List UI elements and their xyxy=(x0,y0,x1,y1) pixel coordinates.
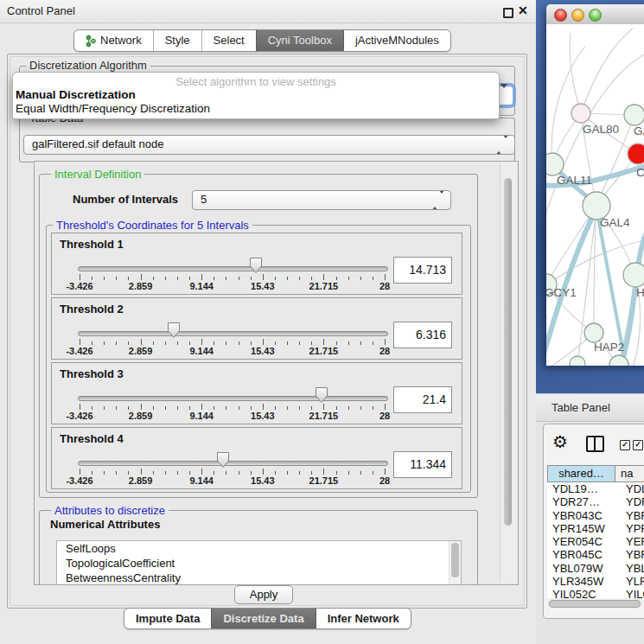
node-label-gcy1: GCY1 xyxy=(546,286,577,299)
network-node-hap2[interactable] xyxy=(584,323,603,342)
slider-track[interactable] xyxy=(78,396,388,401)
slider-ticks xyxy=(80,404,385,411)
num-intervals-combobox[interactable]: 5 xyxy=(192,190,451,210)
attributes-group-title: Attributes to discretize xyxy=(51,504,169,517)
list-item[interactable]: SelfLoops xyxy=(57,541,461,556)
tab-discretize-data[interactable]: Discretize Data xyxy=(211,609,315,628)
threshold-panel: Threshold 1 -3.4262.8599.14415.4321.7152… xyxy=(51,233,462,295)
column-header-name[interactable]: na xyxy=(615,465,644,482)
tab-cyni-toolbox[interactable]: Cyni Toolbox xyxy=(256,30,343,51)
node-label-gal11: GAL11 xyxy=(557,174,592,187)
network-canvas[interactable]: GAL80 GA C GAL11 GAL4 GCY1 H HAP2 xyxy=(546,24,644,366)
network-window-titlebar xyxy=(546,4,644,25)
table-data-combobox[interactable]: galFiltered.sif default node xyxy=(23,135,515,155)
slider-handle[interactable] xyxy=(315,386,328,404)
slider-tick-labels: -3.4262.8599.14415.4321.71528 xyxy=(80,346,385,356)
slider-tick-labels: -3.4262.8599.14415.4321.71528 xyxy=(80,411,385,421)
checkbox-icon[interactable]: ✓ xyxy=(633,440,643,450)
table-row[interactable]: YER054CYER0 xyxy=(547,535,644,548)
numerical-attributes-heading: Numerical Attributes xyxy=(50,518,160,531)
table-panel-title: Table Panel xyxy=(552,394,610,421)
table-row[interactable]: YBL079WYBL0 xyxy=(547,562,644,575)
tab-select[interactable]: Select xyxy=(201,30,256,51)
table-row[interactable]: YPR145WYPR1 xyxy=(547,522,644,535)
threshold-value-input[interactable]: 11.344 xyxy=(393,451,452,478)
zoom-button[interactable] xyxy=(589,9,602,22)
node-label-hap2: HAP2 xyxy=(594,341,624,354)
network-node-bottom-left[interactable] xyxy=(570,356,585,366)
gear-icon[interactable]: ⚙ xyxy=(552,431,568,452)
slider-tick-labels: -3.4262.8599.14415.4321.71528 xyxy=(80,475,385,486)
column-layout-icon[interactable] xyxy=(586,436,604,452)
dropdown-option-equal-width[interactable]: Equal Width/Frequency Discretization xyxy=(13,102,499,116)
float-window-icon[interactable] xyxy=(503,8,513,18)
table-row[interactable]: YDR27…YDR2 xyxy=(547,495,644,508)
settings-scroll-panel: Interval Definition Number of Intervals … xyxy=(34,161,519,585)
dropdown-option-manual[interactable]: Manual Discretization xyxy=(13,88,499,102)
minimize-button[interactable] xyxy=(571,9,584,22)
slider-ticks xyxy=(80,274,385,281)
column-header-shared-name[interactable]: shared… xyxy=(547,465,615,482)
num-intervals-value: 5 xyxy=(201,193,207,206)
threshold-label: Threshold 2 xyxy=(60,303,124,316)
table-scrollbar-thumb[interactable] xyxy=(549,600,641,608)
threshold-value-input[interactable]: 21.4 xyxy=(393,386,452,413)
network-node-right-mid[interactable] xyxy=(623,263,644,287)
tab-infer-network[interactable]: Infer Network xyxy=(316,609,411,628)
mode-tabbar: Impute Data Discretize Data Infer Networ… xyxy=(124,608,411,629)
settings-scrollbar[interactable] xyxy=(500,163,517,583)
table-header-row: shared… na xyxy=(547,465,644,482)
tab-impute-data[interactable]: Impute Data xyxy=(124,609,211,628)
network-node-top-right[interactable] xyxy=(624,105,644,125)
list-scrollbar[interactable] xyxy=(449,541,461,585)
threshold-value-input[interactable]: 14.713 xyxy=(393,257,452,284)
control-panel-titlebar: Control Panel ✕ xyxy=(0,0,536,23)
slider-tick-labels: -3.4262.8599.14415.4321.71528 xyxy=(80,281,385,291)
num-intervals-label: Number of Intervals xyxy=(73,193,178,206)
slider-handle[interactable] xyxy=(167,322,181,339)
table-row[interactable]: YBR043CYBR0 xyxy=(547,509,644,522)
close-icon[interactable]: ✕ xyxy=(518,3,528,17)
table-row[interactable]: YBR045CYBR0 xyxy=(547,548,644,561)
node-attribute-table: shared… na YDL19…YDL1YDR27…YDR2YBR043CYB… xyxy=(547,465,644,598)
network-node-gal11[interactable] xyxy=(546,153,564,175)
toolbox-tabbar: Network Style Select Cyni Toolbox jActiv… xyxy=(73,29,451,52)
network-view-window: GAL80 GA C GAL11 GAL4 GCY1 H HAP2 xyxy=(546,4,644,366)
table-panel-window: ⚙ ✓ ✓ shared… na YDL19…YDL1YDR27…YDR2YBR… xyxy=(543,424,644,619)
apply-button[interactable]: Apply xyxy=(234,585,293,604)
table-row[interactable]: YIL052CYIL0 xyxy=(547,588,644,598)
close-button[interactable] xyxy=(554,9,567,22)
slider-track[interactable] xyxy=(78,266,388,271)
network-node-gal80[interactable] xyxy=(571,104,590,123)
slider-track[interactable] xyxy=(78,461,388,466)
network-icon xyxy=(86,35,96,48)
tab-jactivemnodules[interactable]: jActiveMNodules xyxy=(343,30,450,51)
threshold-panel: Threshold 3 -3.4262.8599.14415.4321.7152… xyxy=(51,362,462,424)
table-horizontal-scrollbar[interactable] xyxy=(547,599,644,607)
list-scrollbar-thumb[interactable] xyxy=(451,543,459,577)
slider-handle[interactable] xyxy=(249,257,263,274)
combo-arrows-icon xyxy=(495,137,509,154)
thresholds-list: Threshold 1 -3.4262.8599.14415.4321.7152… xyxy=(51,233,462,492)
right-region: GAL80 GA C GAL11 GAL4 GCY1 H HAP2 Table … xyxy=(536,0,644,644)
settings-scrollbar-thumb[interactable] xyxy=(504,178,512,526)
table-row[interactable]: YDL19…YDL1 xyxy=(547,482,644,495)
tab-network[interactable]: Network xyxy=(74,30,153,51)
node-label-gal4: GAL4 xyxy=(600,216,630,229)
network-node-selected-red[interactable] xyxy=(628,143,644,164)
numerical-attributes-list[interactable]: SelfLoopsTopologicalCoefficientBetweenne… xyxy=(56,540,462,585)
checkbox-icon[interactable]: ✓ xyxy=(620,440,630,450)
interval-definition-title: Interval Definition xyxy=(51,168,144,181)
list-item[interactable]: TopologicalCoefficient xyxy=(57,556,461,571)
tab-network-label: Network xyxy=(100,30,142,51)
thresholds-group-title: Threshold's Coordinates for 5 Intervals xyxy=(53,219,252,232)
slider-track[interactable] xyxy=(78,331,388,336)
tab-style[interactable]: Style xyxy=(153,30,201,51)
table-row[interactable]: YLR345WYLR3 xyxy=(547,575,644,588)
slider-ticks xyxy=(80,469,385,475)
slider-handle[interactable] xyxy=(216,451,230,469)
algorithm-group-title: Discretization Algorithm xyxy=(26,59,150,72)
threshold-label: Threshold 3 xyxy=(60,367,124,380)
threshold-value-input[interactable]: 6.316 xyxy=(393,322,452,348)
list-item[interactable]: BetweennessCentrality xyxy=(57,571,461,585)
